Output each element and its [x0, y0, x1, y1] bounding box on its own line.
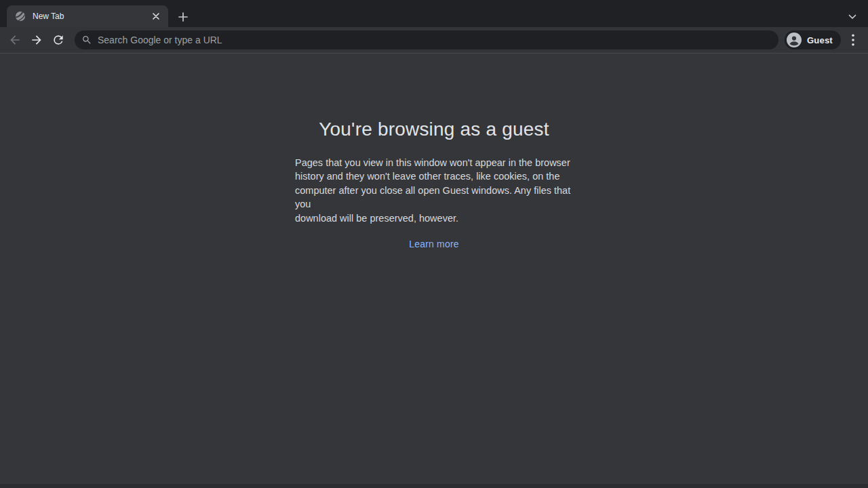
new-tab-button[interactable] [175, 9, 191, 25]
tab-title: New Tab [33, 12, 149, 21]
omnibox-placeholder: Search Google or type a URL [98, 35, 222, 45]
guest-description-line: computer after you close all open Guest … [295, 184, 574, 211]
browser-menu-button[interactable] [844, 30, 863, 49]
person-avatar-icon [787, 33, 802, 47]
tab-strip: New Tab [0, 0, 868, 27]
bottom-edge [0, 484, 868, 488]
guest-description-line: history and they won't leave other trace… [295, 169, 574, 183]
reload-button[interactable] [49, 30, 68, 49]
forward-button[interactable] [27, 30, 46, 49]
omnibox[interactable]: Search Google or type a URL [75, 30, 778, 49]
profile-button[interactable]: Guest [785, 30, 841, 49]
profile-label: Guest [807, 35, 833, 45]
guest-description-line: Pages that you view in this window won't… [295, 156, 574, 169]
page-title: You're browsing as a guest [0, 119, 868, 140]
guest-ntp-content: You're browsing as a guest Pages that yo… [0, 54, 868, 484]
forward-arrow-icon [30, 33, 43, 47]
back-arrow-icon [8, 33, 22, 47]
learn-more-link[interactable]: Learn more [0, 239, 868, 249]
close-icon[interactable] [149, 9, 163, 23]
guest-description: Pages that you view in this window won't… [295, 156, 574, 225]
plus-icon [178, 12, 188, 22]
guest-globe-icon [15, 11, 26, 22]
browser-window: New Tab [0, 0, 868, 488]
three-dot-menu-icon [852, 34, 854, 46]
tab-new-tab[interactable]: New Tab [7, 5, 168, 27]
browser-toolbar: Search Google or type a URL Guest [0, 27, 868, 54]
reload-icon [52, 33, 65, 47]
chevron-down-icon [848, 14, 856, 20]
search-icon [81, 35, 92, 45]
guest-description-line: download will be preserved, however. [295, 211, 574, 225]
back-button[interactable] [5, 30, 24, 49]
tab-search-button[interactable] [845, 9, 860, 24]
